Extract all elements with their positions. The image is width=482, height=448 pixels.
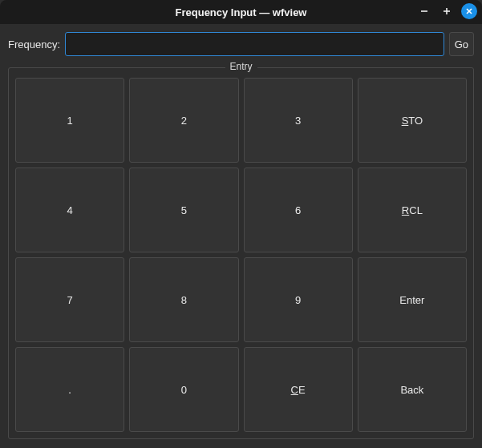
frequency-input[interactable] <box>65 32 444 56</box>
close-icon <box>465 7 473 15</box>
keypad: 1 2 3 STO 4 5 6 RCL 7 8 9 Enter . 0 CE B… <box>15 78 467 432</box>
sto-accel: S <box>402 115 409 127</box>
minimize-button[interactable] <box>416 3 432 19</box>
key-3[interactable]: 3 <box>244 78 353 163</box>
key-back[interactable]: Back <box>358 347 467 432</box>
key-7[interactable]: 7 <box>15 257 124 342</box>
ce-rest: E <box>298 384 306 396</box>
rcl-rest: CL <box>409 204 423 216</box>
window-title: Frequency Input — wfview <box>176 6 307 18</box>
titlebar: Frequency Input — wfview <box>0 0 482 24</box>
rcl-accel: R <box>402 204 409 216</box>
key-ce[interactable]: CE <box>244 347 353 432</box>
key-4[interactable]: 4 <box>15 167 124 252</box>
sto-rest: TO <box>408 115 423 127</box>
key-2[interactable]: 2 <box>129 78 238 163</box>
window-controls <box>416 3 477 19</box>
entry-legend: Entry <box>225 61 257 72</box>
key-0[interactable]: 0 <box>129 347 238 432</box>
frequency-label: Frequency: <box>8 38 60 50</box>
key-dot[interactable]: . <box>15 347 124 432</box>
go-button[interactable]: Go <box>449 32 474 56</box>
key-9[interactable]: 9 <box>244 257 353 342</box>
entry-group: Entry 1 2 3 STO 4 5 6 RCL 7 8 9 Enter . … <box>8 67 474 439</box>
key-1[interactable]: 1 <box>15 78 124 163</box>
close-button[interactable] <box>461 3 477 19</box>
content-area: Frequency: Go Entry 1 2 3 STO 4 5 6 RCL … <box>0 24 482 447</box>
key-5[interactable]: 5 <box>129 167 238 252</box>
key-rcl[interactable]: RCL <box>358 167 467 252</box>
maximize-icon <box>442 6 452 16</box>
key-enter[interactable]: Enter <box>358 257 467 342</box>
ce-accel: C <box>291 384 298 396</box>
minimize-icon <box>419 6 429 16</box>
key-sto[interactable]: STO <box>358 78 467 163</box>
maximize-button[interactable] <box>439 3 455 19</box>
key-6[interactable]: 6 <box>244 167 353 252</box>
frequency-row: Frequency: Go <box>8 32 474 56</box>
key-8[interactable]: 8 <box>129 257 238 342</box>
